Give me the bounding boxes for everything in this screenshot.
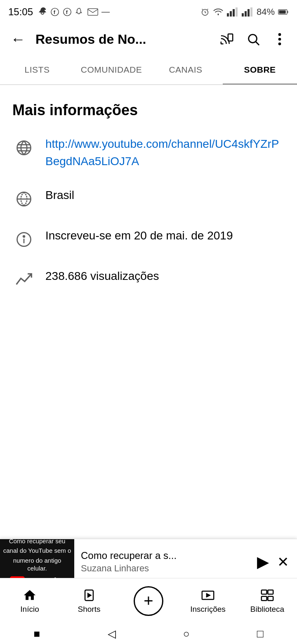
thumb-text-3: numero do antigo celular. <box>0 556 74 573</box>
about-section: Mais informações http://www.youtube.com/… <box>0 85 297 457</box>
app-bar: ← Resumos de No... <box>0 23 297 56</box>
sys-nav-back[interactable]: ■ <box>34 627 40 640</box>
gmail-icon <box>87 7 98 17</box>
library-icon <box>260 588 274 602</box>
info-row-joined: Inscreveu-se em 20 de mai. de 2019 <box>12 227 285 251</box>
sys-nav-recents[interactable]: □ <box>257 627 264 640</box>
joined-text: Inscreveu-se em 20 de mai. de 2019 <box>45 227 233 244</box>
svg-point-21 <box>278 38 281 41</box>
svg-rect-31 <box>262 590 267 594</box>
nav-library[interactable]: Biblioteca <box>238 588 297 614</box>
battery-icon <box>278 7 289 17</box>
mini-player-info: Como recuperar a s... Suzana Linhares <box>74 550 257 574</box>
status-time: 15:05 <box>8 6 33 18</box>
svg-text:f: f <box>66 9 68 15</box>
dash-icon: — <box>101 7 110 17</box>
mini-player[interactable]: Como recuperar seu canal do YouTube sem … <box>0 539 297 584</box>
nav-shorts[interactable]: Shorts <box>59 588 119 614</box>
views-text: 238.686 visualizações <box>45 268 159 285</box>
mini-player-actions: ▶ ✕ <box>257 553 297 571</box>
cast-button[interactable] <box>218 30 236 48</box>
trending-icon <box>12 268 35 291</box>
svg-rect-9 <box>233 9 235 17</box>
alarm-icon <box>200 7 210 17</box>
tabs-container: LISTS COMUNIDADE CANAIS SOBRE <box>0 56 297 85</box>
svg-text:f: f <box>54 9 56 15</box>
country-text: Brasil <box>45 187 74 204</box>
tab-comunidade[interactable]: COMUNIDADE <box>74 56 148 84</box>
svg-rect-8 <box>230 11 232 17</box>
signal2-icon <box>242 7 253 17</box>
status-bar: 15:05 f f — 84% <box>0 0 297 23</box>
sys-nav-home-circle[interactable]: ◁ <box>108 627 116 640</box>
svg-rect-14 <box>250 7 252 17</box>
svg-point-20 <box>278 33 281 36</box>
svg-rect-7 <box>227 13 229 17</box>
add-icon: + <box>144 592 153 610</box>
shorts-icon <box>82 588 96 602</box>
info-row-views: 238.686 visualizações <box>12 268 285 291</box>
svg-rect-16 <box>279 10 285 13</box>
home-icon <box>23 588 37 602</box>
tab-lists[interactable]: LISTS <box>0 56 74 84</box>
info-row-country: Brasil <box>12 187 285 211</box>
mini-close-button[interactable]: ✕ <box>277 554 289 570</box>
notification-icon <box>38 7 47 17</box>
status-icons: f f — <box>38 7 110 17</box>
svg-rect-13 <box>248 9 250 17</box>
nav-shorts-label: Shorts <box>78 605 101 614</box>
svg-rect-32 <box>268 590 273 594</box>
snapchat-icon <box>75 7 84 17</box>
wifi-icon <box>213 7 224 17</box>
svg-line-19 <box>256 42 259 45</box>
create-button[interactable]: + <box>134 586 163 616</box>
back-button[interactable]: ← <box>8 31 28 48</box>
thumb-text-2: canal do YouTube sem o <box>1 547 74 555</box>
svg-rect-12 <box>245 11 247 17</box>
thumb-text-1: Como recuperar seu <box>7 539 68 545</box>
app-bar-title: Resumos de No... <box>35 32 218 47</box>
nav-home-label: Início <box>20 605 39 614</box>
bottom-nav: Início Shorts + Inscrições Biblioteca <box>0 578 297 623</box>
svg-rect-33 <box>262 596 267 600</box>
system-nav: ■ ◁ ○ □ <box>0 623 297 644</box>
nav-subscriptions-label: Inscrições <box>190 605 226 614</box>
sys-nav-circle[interactable]: ○ <box>183 627 190 640</box>
info-row-link: http://www.youtube.com/channel/UC4skfYZr… <box>12 135 285 170</box>
globe2-icon <box>12 187 35 211</box>
nav-subscriptions[interactable]: Inscrições <box>178 588 238 614</box>
more-button[interactable] <box>271 30 289 48</box>
mini-player-title: Como recuperar a s... <box>81 550 250 561</box>
subscriptions-icon <box>201 588 215 602</box>
tab-canais[interactable]: CANAIS <box>148 56 223 84</box>
svg-point-29 <box>23 236 25 237</box>
search-button[interactable] <box>244 30 262 48</box>
mini-player-channel: Suzana Linhares <box>81 563 250 574</box>
mini-player-thumbnail: Como recuperar seu canal do YouTube sem … <box>0 539 74 585</box>
nav-library-label: Biblioteca <box>250 605 284 614</box>
info-icon <box>12 228 35 251</box>
facebook-icon: f <box>50 7 59 17</box>
section-title: Mais informações <box>12 102 285 119</box>
battery-text: 84% <box>257 7 275 17</box>
facebook2-icon: f <box>63 7 72 17</box>
status-right-icons: 84% <box>200 7 289 17</box>
mini-play-button[interactable]: ▶ <box>257 553 269 571</box>
app-bar-actions <box>218 30 289 48</box>
svg-rect-10 <box>236 7 238 17</box>
svg-point-18 <box>249 35 257 43</box>
svg-point-22 <box>278 43 281 45</box>
svg-point-6 <box>218 14 219 15</box>
svg-rect-11 <box>242 13 244 17</box>
nav-create[interactable]: + <box>119 586 178 616</box>
svg-rect-4 <box>88 8 98 15</box>
nav-home[interactable]: Início <box>0 588 59 614</box>
globe-icon <box>12 136 35 159</box>
signal-icon <box>227 7 238 17</box>
tab-sobre[interactable]: SOBRE <box>223 56 297 85</box>
svg-rect-34 <box>268 596 273 600</box>
channel-link[interactable]: http://www.youtube.com/channel/UC4skfYZr… <box>45 135 285 170</box>
